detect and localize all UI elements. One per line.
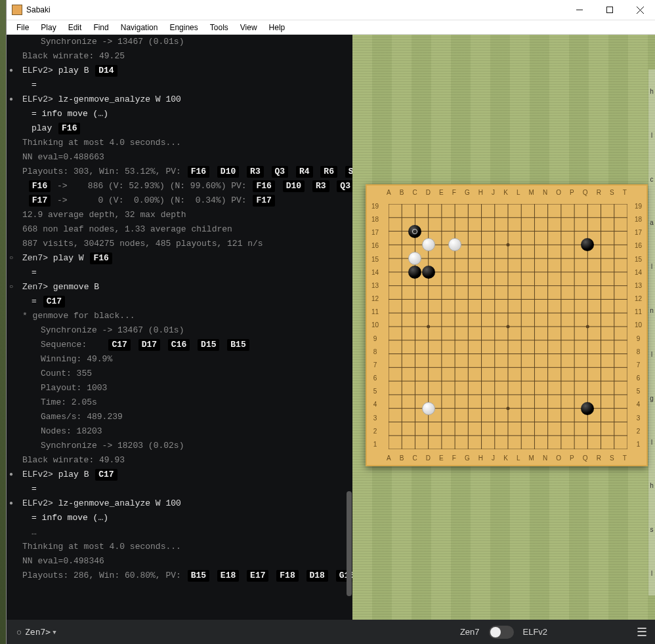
coord-col: T <box>623 189 627 196</box>
titlebar: Sabaki <box>7 0 655 20</box>
coord-row: 17 <box>371 229 379 236</box>
coord-row: 19 <box>635 203 642 210</box>
coord-col: Q <box>583 189 588 196</box>
coord-col: A <box>387 189 391 196</box>
coord-col: M <box>529 189 534 196</box>
coord-row: 12 <box>635 295 642 302</box>
menu-view[interactable]: View <box>234 22 263 33</box>
console-scrollbar[interactable] <box>346 35 352 620</box>
coord-col: B <box>400 454 404 462</box>
white-stone[interactable] <box>422 402 435 415</box>
console-line: NN eval=0.488663 <box>17 150 350 165</box>
toggle-knob <box>490 627 501 637</box>
console-line: Black winrate: 49.25 <box>17 49 350 64</box>
console-engine-selector[interactable]: ○ Zen7> ▼ <box>7 627 352 637</box>
coord-row: 11 <box>635 308 642 315</box>
console-line: Nodes: 18203 <box>17 424 350 439</box>
console-line: Playouts: 286, Win: 60.80%, PV: B15 E18 … <box>17 569 350 583</box>
coord-row: 16 <box>635 242 642 249</box>
console-line: ELFv2> play B D14 <box>17 64 350 78</box>
console-line: Winning: 49.9% <box>17 352 350 367</box>
console-line: Thinking at most 4.0 seconds... <box>17 136 350 150</box>
coord-col: T <box>623 454 627 462</box>
console-engine-name: Zen7 <box>25 627 45 637</box>
coord-col: S <box>610 454 614 462</box>
coord-col: L <box>517 454 520 462</box>
menu-engines[interactable]: Engines <box>163 22 203 33</box>
coord-col: D <box>426 454 431 462</box>
console-line: = info move (…) <box>17 511 350 525</box>
menu-navigation[interactable]: Navigation <box>115 22 164 33</box>
scrollbar-thumb[interactable] <box>347 491 352 597</box>
coord-row: 7 <box>637 361 641 369</box>
console-line: = C17 <box>17 294 350 309</box>
console-line: Thinking at most 4.0 seconds... <box>17 540 350 554</box>
close-button[interactable] <box>625 0 655 20</box>
svg-point-47 <box>586 325 589 329</box>
coord-row: 4 <box>637 401 641 408</box>
coord-row: 11 <box>371 308 379 315</box>
coord-col: R <box>597 454 601 462</box>
coord-col: C <box>412 189 417 196</box>
coord-col: E <box>439 454 444 462</box>
console-line: ELFv2> lz-genmove_analyze W 100 <box>17 92 350 107</box>
coord-col: Q <box>583 454 588 462</box>
console-line: = <box>17 482 350 496</box>
coord-row: 14 <box>635 269 642 276</box>
coord-row: 13 <box>635 282 642 289</box>
menu-tools[interactable]: Tools <box>204 22 234 33</box>
console-line: = info move (…) <box>17 107 350 121</box>
menu-help[interactable]: Help <box>263 22 291 33</box>
coord-col: M <box>529 454 534 462</box>
window-title: Sabaki <box>26 5 51 14</box>
coord-row: 15 <box>635 256 642 263</box>
white-stone[interactable] <box>422 238 435 251</box>
engine-right-label: ELFv2 <box>523 627 548 637</box>
black-stone[interactable] <box>422 266 435 279</box>
minimize-button[interactable] <box>564 0 595 20</box>
go-board[interactable]: ABCDEFGHJKLMNOPQRST ABCDEFGHJKLMNOPQRST … <box>366 184 648 466</box>
coord-row: 10 <box>371 321 379 329</box>
coord-col: S <box>610 189 614 196</box>
maximize-button[interactable] <box>595 0 625 20</box>
console-line: Playouts: 303, Win: 53.12%, PV: F16 D10 … <box>17 165 350 179</box>
coord-col: J <box>492 454 495 462</box>
engine-toggle[interactable] <box>489 626 514 639</box>
black-stone[interactable] <box>581 402 594 415</box>
console-line: Synchronize -> 13467 (0.01s) <box>17 35 350 49</box>
coord-col: K <box>503 454 508 462</box>
coord-row: 2 <box>373 428 377 435</box>
console-line: = <box>17 78 350 92</box>
black-stone[interactable] <box>408 225 421 238</box>
console-line: Synchronize -> 18203 (0.02s) <box>17 439 350 453</box>
svg-rect-1 <box>607 7 613 13</box>
coord-row: 6 <box>637 374 641 382</box>
coord-col: D <box>426 189 431 196</box>
menu-find[interactable]: Find <box>87 22 114 33</box>
menu-icon[interactable]: ☰ <box>637 625 647 639</box>
coord-row: 5 <box>373 388 377 395</box>
menu-edit[interactable]: Edit <box>62 22 88 33</box>
menu-file[interactable]: File <box>11 22 35 33</box>
coord-row: 8 <box>637 348 641 355</box>
menu-play[interactable]: Play <box>35 22 62 33</box>
black-stone[interactable] <box>581 238 594 251</box>
console-line: Playout: 1003 <box>17 381 350 395</box>
coord-col: A <box>387 454 391 462</box>
console-line: Synchronize -> 13467 (0.01s) <box>17 323 350 338</box>
white-stone[interactable] <box>448 238 461 251</box>
black-stone[interactable] <box>408 266 421 279</box>
coord-col: F <box>452 454 456 462</box>
coord-col: G <box>465 454 470 462</box>
coord-row: 4 <box>373 401 377 408</box>
white-stone[interactable] <box>408 252 421 265</box>
console-line: ELFv2> play B C17 <box>17 468 350 482</box>
coord-row: 3 <box>373 414 377 422</box>
coord-col: N <box>543 454 547 462</box>
coord-row: 18 <box>635 216 642 223</box>
coord-col: F <box>452 189 456 196</box>
board-pane: ABCDEFGHJKLMNOPQRST ABCDEFGHJKLMNOPQRST … <box>352 35 655 620</box>
coord-row: 5 <box>637 388 641 395</box>
coord-row: 12 <box>371 295 379 302</box>
console-line: Black winrate: 49.93 <box>17 453 350 468</box>
